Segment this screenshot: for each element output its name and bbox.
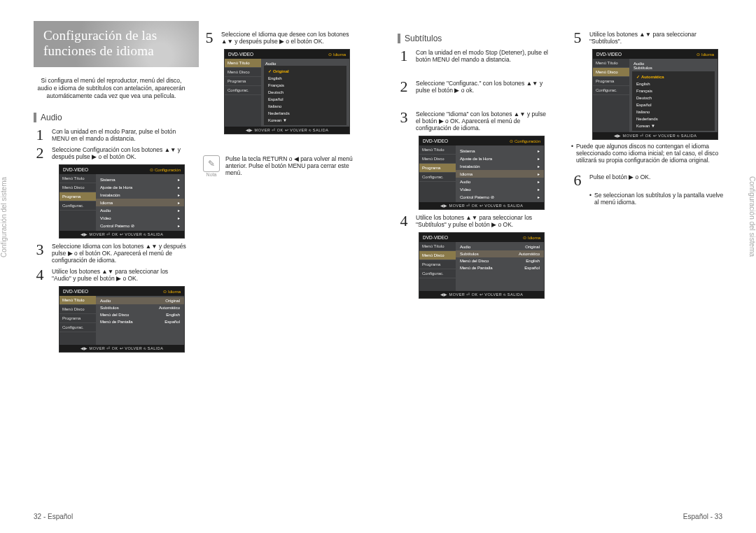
osd-row-val: Español bbox=[164, 320, 180, 324]
osd-side-item: Configurac. bbox=[59, 323, 96, 332]
arrow-icon bbox=[538, 171, 540, 176]
osd-side-item: Menú Título bbox=[419, 242, 456, 251]
sub-step-6: 6 Pulse el botón ▶ o OK. bbox=[571, 173, 725, 187]
osd-lang: Original bbox=[264, 67, 346, 75]
step-text: Seleccione Idioma con los botones ▲▼ y d… bbox=[52, 243, 188, 264]
osd-row-text: Menú de Pantalla bbox=[100, 320, 133, 324]
osd-side-item: Programa bbox=[419, 260, 456, 269]
step-number: 4 bbox=[34, 268, 46, 282]
step-text: Utilice los botones ▲▼ para seleccionar … bbox=[416, 214, 552, 228]
bullet-return-note: Se seleccionan los subtítulos y la panta… bbox=[589, 192, 725, 206]
osd-lang: Nederlands bbox=[632, 115, 715, 122]
osd-row-text: Menú de Pantalla bbox=[460, 266, 493, 270]
osd-side-item: Configurac. bbox=[419, 173, 456, 182]
osd-badge: ⊙ Configuración bbox=[150, 167, 181, 172]
osd-row-text: Subtítulos bbox=[100, 306, 119, 310]
arrow-icon bbox=[178, 223, 180, 228]
osd-row-val: Original bbox=[165, 299, 180, 303]
chapter-title: Configuración de las funciones de idioma bbox=[34, 21, 199, 67]
osd-sidebar: Menú Título Menú Disco Programa Configur… bbox=[59, 174, 96, 231]
osd-side-item: Programa bbox=[59, 192, 96, 201]
arrow-icon bbox=[538, 194, 540, 199]
osd-sidebar: Menú Título Menú Disco Programa Configur… bbox=[593, 59, 629, 132]
osd-main: Sistema Ajuste de la Hora Instalación Id… bbox=[96, 174, 184, 231]
osd-side-item: Menú Disco bbox=[225, 68, 261, 77]
osd-side-item: Menú Disco bbox=[59, 183, 96, 192]
side-tab-right: Configuración del sistema bbox=[742, 171, 756, 262]
osd-side-item: Menú Disco bbox=[419, 251, 456, 260]
step-text: Seleccione el Idioma que desee con los b… bbox=[221, 31, 357, 45]
osd-lang: Español bbox=[264, 96, 346, 103]
osd-title-text: DVD-VIDEO bbox=[63, 289, 88, 294]
osd-row-text: Vídeo bbox=[100, 216, 111, 220]
osd-row-text: Audio bbox=[100, 299, 111, 303]
arrow-icon bbox=[538, 156, 540, 161]
osd-footer: ◀▶ MOVER ⏎ OK ↩ VOLVER ⎋ SALIDA bbox=[419, 202, 544, 209]
osd-row-text: Audio bbox=[100, 208, 111, 213]
step-text: Seleccione Configuración con los botones… bbox=[52, 146, 188, 160]
step-number: 3 bbox=[34, 243, 46, 264]
osd-lang: Deutsch bbox=[264, 89, 346, 96]
osd-badge: ⊙ Idioma bbox=[523, 235, 540, 240]
side-tab-left: Configuración del sistema bbox=[0, 171, 14, 262]
osd-side-item: Menú Título bbox=[419, 145, 456, 155]
osd-row-val: Español bbox=[524, 266, 540, 270]
step-number: 3 bbox=[398, 111, 410, 132]
osd-sidebar: Menú Título Menú Disco Programa Configur… bbox=[59, 296, 96, 345]
arrow-icon bbox=[538, 179, 540, 184]
osd-footer: ◀▶ MOVER ⏎ OK ↩ VOLVER ⎋ SALIDA bbox=[225, 127, 349, 134]
audio-step-2: 2 Seleccione Configuración con los boton… bbox=[34, 146, 188, 160]
osd-row-text: Menú del Disco bbox=[100, 313, 129, 317]
osd-title-text: DVD-VIDEO bbox=[423, 235, 448, 240]
osd-config: DVD-VIDEO⊙ Configuración Menú Título Men… bbox=[59, 164, 185, 239]
step-text: Seleccione "Idioma" con los botones ▲▼ y… bbox=[416, 111, 552, 132]
osd-footer: ◀▶ MOVER ⏎ OK ↩ VOLVER ⎋ SALIDA bbox=[59, 345, 184, 352]
page-number-left: 32 - Español bbox=[34, 513, 73, 520]
intro-paragraph: Si configura el menú del reproductor, me… bbox=[34, 77, 189, 100]
step-text: Utilice los botones ▲▼ para seleccionar … bbox=[52, 268, 188, 282]
page-number-right: Español - 33 bbox=[683, 513, 722, 520]
osd-side-item: Menú Disco bbox=[419, 155, 456, 164]
osd-side-item: Configurac. bbox=[225, 86, 261, 95]
osd-side-item: Menú Título bbox=[593, 59, 629, 68]
osd-sidebar: Menú Título Menú Disco Programa Configur… bbox=[225, 59, 261, 127]
osd-row-val: English bbox=[166, 313, 180, 317]
osd-footer: ◀▶ MOVER ⏎ OK ↩ VOLVER ⎋ SALIDA bbox=[419, 291, 544, 298]
osd-row-val: English bbox=[526, 259, 540, 263]
osd-lang: English bbox=[264, 75, 346, 82]
osd-title-text: DVD-VIDEO bbox=[596, 52, 622, 57]
sub-step-4: 4 Utilice los botones ▲▼ para selecciona… bbox=[398, 214, 552, 228]
osd-lang: Español bbox=[632, 101, 715, 108]
step-text: Con la unidad en el modo Parar, pulse el… bbox=[52, 128, 188, 142]
osd-side-item: Menú Título bbox=[225, 59, 261, 68]
osd-side-item: Menú Disco bbox=[593, 68, 629, 77]
osd-idioma-sub: DVD-VIDEO⊙ Idioma Menú Título Menú Disco… bbox=[419, 232, 545, 299]
arrow-icon bbox=[178, 200, 180, 205]
audio-step-1: 1 Con la unidad en el modo Parar, pulse … bbox=[34, 128, 188, 142]
osd-side-item: Programa bbox=[225, 77, 261, 86]
osd-row-text: Ajuste de la Hora bbox=[100, 185, 132, 190]
osd-lang: Nederlands bbox=[264, 110, 346, 117]
osd-sidebar: Menú Título Menú Disco Programa Configur… bbox=[419, 242, 456, 291]
osd-row-text: Subtítulos bbox=[460, 252, 479, 256]
step-number: 5 bbox=[203, 31, 216, 45]
page-right: Configuración del sistema Subtítulos 1 C… bbox=[378, 0, 756, 533]
osd-row-text: Control Paterno ⊘ bbox=[100, 223, 134, 228]
osd-row-text: Subtítulos bbox=[634, 66, 652, 70]
arrow-icon bbox=[178, 185, 180, 190]
osd-lang-list-audio: DVD-VIDEO⊙ Idioma Menú Título Menú Disco… bbox=[224, 49, 350, 134]
osd-lang: Automática bbox=[632, 73, 715, 80]
osd-row-val: Automático bbox=[519, 252, 540, 256]
osd-row-text: Idioma bbox=[100, 201, 113, 205]
step-text: Utilice los botones ▲▼ para seleccionar … bbox=[589, 31, 725, 45]
bullet-text: Puede que algunos discos no contengan el… bbox=[576, 143, 725, 164]
bullet-text: Se seleccionan los subtítulos y la panta… bbox=[594, 192, 725, 206]
osd-title-text: DVD-VIDEO bbox=[228, 52, 253, 57]
osd-config-2: DVD-VIDEO⊙ Configuración Menú Título Men… bbox=[419, 136, 545, 210]
osd-main: Audio Original English Français Deutsch … bbox=[261, 59, 349, 127]
osd-row-text: Audio bbox=[265, 62, 276, 66]
sub-step-2: 2 Seleccione "Configurac." con los boton… bbox=[398, 80, 552, 94]
osd-main: Sistema Ajuste de la Hora Instalación Id… bbox=[456, 145, 544, 202]
osd-lang: Korean ▼ bbox=[264, 117, 346, 124]
osd-badge: ⊙ Idioma bbox=[696, 52, 714, 57]
